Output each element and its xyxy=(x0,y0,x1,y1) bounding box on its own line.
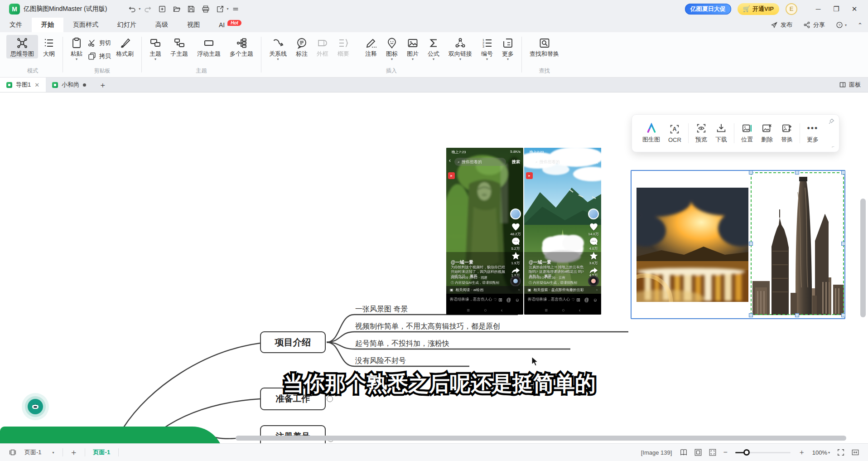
fit-selection-icon[interactable] xyxy=(709,448,717,456)
favorite-icon[interactable] xyxy=(509,251,522,261)
ribbon-button-cut[interactable]: 剪切 xyxy=(87,39,111,48)
ribbon-button-more[interactable]: 更多▾ xyxy=(498,35,518,62)
fullscreen-button[interactable] xyxy=(837,448,845,456)
ocr-button[interactable]: OCR xyxy=(664,124,685,143)
branch-topic[interactable]: 视频制作简单，不用太高剪辑技巧，都是原创 xyxy=(355,322,500,331)
export-dropdown-icon[interactable]: ▾ xyxy=(227,7,228,11)
resize-handle-sw[interactable] xyxy=(749,313,753,317)
horizontal-scrollbar[interactable] xyxy=(236,436,846,441)
collapse-handle-icon[interactable] xyxy=(327,396,333,402)
branch-topic[interactable]: 起号简单，不投抖加，涨粉快 xyxy=(355,339,449,349)
grid-icon[interactable]: ⊞ xyxy=(498,297,502,302)
add-page-button[interactable]: ＋ xyxy=(70,447,78,458)
recent-apps-icon[interactable]: ≡ xyxy=(467,307,470,313)
fit-width-button[interactable] xyxy=(851,448,859,456)
help-button[interactable]: ▾ xyxy=(830,18,852,32)
new-tab-button[interactable]: ＋ xyxy=(92,78,113,92)
close-tab-icon[interactable]: ✕ xyxy=(34,82,39,88)
ribbon-button-multi-topic[interactable]: 多个主题 xyxy=(226,35,257,58)
resize-handle-se[interactable] xyxy=(841,313,845,317)
delete-image-button[interactable]: 删除 xyxy=(757,123,777,144)
mindmap-canvas[interactable]: 一张风景图 奇景 视频制作简单，不用太高剪辑技巧，都是原创 起号简单，不投抖加，… xyxy=(0,92,868,443)
resize-handle-e[interactable] xyxy=(841,242,845,246)
replace-image-button[interactable]: 替换 xyxy=(777,123,797,144)
fit-page-icon[interactable] xyxy=(694,448,702,456)
ribbon-button-copy[interactable]: 拷贝 xyxy=(87,52,111,61)
ribbon-button-outline[interactable]: 大纲 xyxy=(39,35,59,58)
home-icon[interactable]: ○ xyxy=(562,307,565,313)
resize-handle-s[interactable] xyxy=(795,313,799,317)
phone-author-avatar[interactable] xyxy=(510,209,521,219)
ribbon-button-find-replace[interactable]: 查找和替换 xyxy=(526,35,563,58)
ribbon-button-relationship[interactable]: 关系线▾ xyxy=(265,35,291,62)
at-icon[interactable]: @ xyxy=(584,297,589,302)
page-view-icon[interactable] xyxy=(9,448,17,456)
resize-handle-w[interactable] xyxy=(749,242,753,246)
ribbon-button-mindmap[interactable]: 思维导图 xyxy=(6,35,38,58)
menu-advanced[interactable]: 高级 xyxy=(146,18,178,32)
new-file-button[interactable] xyxy=(156,3,168,15)
menu-view[interactable]: 视图 xyxy=(178,18,209,32)
ribbon-button-subtopic[interactable]: 子主题 xyxy=(166,35,192,58)
open-file-button[interactable] xyxy=(171,3,183,15)
zoom-out-button[interactable]: − xyxy=(723,448,727,456)
ribbon-button-topic[interactable]: 主题▾ xyxy=(145,35,165,62)
branch-topic[interactable]: 一张风景图 奇景 xyxy=(355,305,408,314)
ribbon-button-link[interactable]: 双向链接▾ xyxy=(444,35,476,62)
nav-back-icon[interactable]: ‹ xyxy=(579,307,581,313)
page-selector[interactable]: 页面-1▾ xyxy=(20,446,59,458)
share-button[interactable]: 分享 xyxy=(798,18,830,32)
topic-node-register[interactable]: 注册养号 xyxy=(260,425,326,443)
ribbon-button-paste[interactable]: 粘贴▾ xyxy=(67,35,87,62)
menu-file[interactable]: 文件 xyxy=(0,18,32,32)
nav-back-icon[interactable]: ‹ xyxy=(501,307,503,313)
recent-apps-icon[interactable]: ≡ xyxy=(545,307,548,313)
ribbon-button-callout[interactable]: 标注 xyxy=(292,35,312,58)
like-icon[interactable] xyxy=(509,222,522,232)
collapse-ribbon-button[interactable]: ⌃ xyxy=(852,18,868,32)
undo-dropdown-icon[interactable]: ▾ xyxy=(139,7,140,11)
zoom-level[interactable]: 100%▾ xyxy=(812,449,830,456)
phone-author-avatar[interactable] xyxy=(588,209,599,219)
favorite-icon[interactable] xyxy=(587,251,600,261)
page-layout-icon[interactable] xyxy=(680,448,688,456)
topic-node-prep[interactable]: 准备工作 xyxy=(260,388,326,410)
pin-toolbar-icon[interactable] xyxy=(828,118,834,126)
zoom-in-button[interactable]: ＋ xyxy=(798,448,805,457)
preview-button[interactable]: 预览 xyxy=(691,123,711,144)
ribbon-button-picture[interactable]: 图片▾ xyxy=(403,35,423,62)
phone-search-input[interactable]: ⌕搜你想看的 xyxy=(532,158,584,166)
user-avatar[interactable]: E xyxy=(786,3,797,15)
topic-node-project[interactable]: 项目介绍 xyxy=(260,331,326,353)
branch-topic[interactable]: 没有风险不封号 xyxy=(355,356,406,366)
emoji-icon[interactable]: ☺ xyxy=(515,297,520,302)
comment-input-bar[interactable]: 善语结善缘，恶言伤人心♡⊞@☺ xyxy=(446,294,523,306)
phone-search-button[interactable]: 搜索 xyxy=(590,159,598,165)
at-icon[interactable]: @ xyxy=(506,297,511,302)
close-button[interactable]: ✕ xyxy=(845,2,863,16)
phone-screenshot-cloud[interactable]: 晚上7:23 424K/s ‹ ⌕搜你想看的 搜索 ▸ 14.0万 4.0万 3… xyxy=(524,148,601,315)
publish-button[interactable]: 发布 xyxy=(765,18,798,32)
redo-button[interactable] xyxy=(142,3,154,15)
active-page-tab[interactable]: 页面-1 xyxy=(89,448,115,456)
ribbon-button-floating-topic[interactable]: 浮动主题 xyxy=(193,35,225,58)
restore-button[interactable]: ❐ xyxy=(827,2,845,16)
ribbon-button-format-painter[interactable]: 格式刷 xyxy=(112,35,138,58)
emoji-icon[interactable]: ☺ xyxy=(593,297,598,302)
comment-icon[interactable] xyxy=(587,237,600,246)
doc-tab-1[interactable]: 导图1 ✕ xyxy=(0,78,46,92)
resize-handle-ne[interactable] xyxy=(841,170,845,175)
comment-input-bar[interactable]: 善语结善缘，恶言伤人心♡⊞@☺ xyxy=(524,294,601,306)
phone-search-button[interactable]: 搜索 xyxy=(512,159,520,165)
like-icon[interactable] xyxy=(587,222,600,232)
phone-search-input[interactable]: ⌕搜你想看的 xyxy=(454,158,506,166)
undo-button[interactable] xyxy=(126,3,138,15)
music-disc-icon[interactable] xyxy=(588,276,599,286)
more-tools-button[interactable]: •••更多 xyxy=(803,123,823,144)
vertical-scrollbar[interactable] xyxy=(860,199,866,317)
resize-handle-nw[interactable] xyxy=(749,170,753,175)
menu-slides[interactable]: 幻灯片 xyxy=(108,18,146,32)
zoom-slider[interactable] xyxy=(735,452,791,453)
menu-page-style[interactable]: 页面样式 xyxy=(63,18,108,32)
ribbon-button-numbering[interactable]: 编号▾ xyxy=(477,35,497,62)
